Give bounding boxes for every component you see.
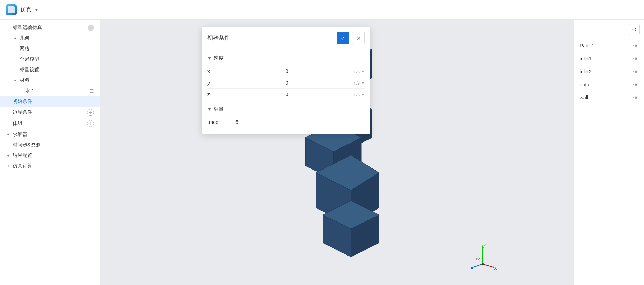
header: 仿真 ▼ — [0, 0, 644, 20]
sidebar-item-mesh[interactable]: 网格 — [0, 44, 100, 54]
scalar-section-arrow: ▼ — [207, 107, 212, 112]
svg-text:X: X — [494, 266, 497, 270]
sidebar-item-geometry[interactable]: + 几何 — [0, 33, 100, 44]
velocity-section-header[interactable]: ▼ 速度 — [207, 55, 365, 61]
x-unit[interactable]: m/s ▼ — [352, 69, 365, 74]
sidebar-item-water1[interactable]: 水 1 ☰ — [0, 86, 100, 96]
tracer-input[interactable] — [235, 119, 365, 125]
sidebar-item-boundary-conditions[interactable]: 边界条件 + — [0, 107, 100, 118]
main-content: − 标量运输仿真 ! + 几何 网格 全局模型 标量设置 − 材料 水 1 — [0, 20, 644, 285]
y-label: y — [207, 80, 221, 86]
sidebar-item-scalar-settings[interactable]: 标量设置 — [0, 65, 100, 75]
tracer-row: tracer — [207, 117, 365, 128]
sidebar-item-global-model[interactable]: 全局模型 — [0, 54, 100, 65]
layer-wall: wall 👁 — [574, 91, 644, 104]
layer-inlet1: inlet1 👁 — [574, 52, 644, 65]
add-volume-icon[interactable]: + — [87, 120, 94, 127]
plus-icon-solver: + — [6, 132, 11, 137]
app-title: 仿真 — [20, 6, 32, 13]
app-logo — [6, 4, 17, 15]
cancel-button[interactable]: ✕ — [352, 32, 365, 44]
tracer-label: tracer — [207, 119, 235, 125]
sidebar-item-time-step[interactable]: 时间步&资源 — [0, 140, 100, 150]
layer-outlet-name: outlet — [580, 82, 633, 87]
scalar-section-header[interactable]: ▼ 标量 — [207, 106, 365, 112]
svg-point-39 — [482, 263, 484, 265]
axis-indicator: Y X TOP — [469, 243, 497, 271]
y-unit-dropdown[interactable]: ▼ — [361, 81, 365, 85]
layer-part1-name: Part_1 — [580, 43, 633, 48]
velocity-z-row: z m/s ▼ — [207, 89, 365, 100]
plus-icon-sim: + — [6, 163, 11, 169]
svg-point-38 — [471, 267, 473, 269]
sidebar-item-volume-groups[interactable]: 体组 + — [0, 118, 100, 129]
x-label: x — [207, 68, 221, 74]
badge: ! — [88, 25, 94, 31]
sidebar-item-result-config[interactable]: + 结果配置 — [0, 150, 100, 161]
z-unit-dropdown[interactable]: ▼ — [361, 93, 365, 97]
sidebar-item-initial-conditions[interactable]: 初始条件 — [0, 96, 100, 107]
layer-inlet2-name: inlet2 — [580, 69, 633, 74]
sidebar-item-materials[interactable]: − 材料 — [0, 75, 100, 86]
eye-icon-outlet[interactable]: 👁 — [633, 82, 638, 87]
modal-title: 初始条件 — [207, 34, 334, 42]
eye-icon-wall[interactable]: 👁 — [633, 95, 638, 100]
svg-line-37 — [473, 264, 483, 267]
modal-initial-conditions: 初始条件 ✓ ✕ ▼ 速度 x m/s — [202, 27, 370, 134]
velocity-y-row: y m/s ▼ — [207, 77, 365, 89]
viewport: Y X TOP 初始条件 ✓ ✕ — [100, 20, 574, 285]
right-panel: ↺ Part_1 👁 inlet1 👁 inlet2 👁 outlet 👁 wa… — [574, 20, 644, 285]
layer-inlet1-name: inlet1 — [580, 56, 633, 61]
svg-text:TOP: TOP — [476, 257, 482, 260]
velocity-x-row: x m/s ▼ — [207, 66, 365, 77]
z-label: z — [207, 92, 221, 97]
svg-line-34 — [483, 264, 494, 267]
eye-icon-part1[interactable]: 👁 — [633, 43, 638, 48]
velocity-y-input[interactable] — [221, 80, 352, 86]
svg-text:Y: Y — [484, 244, 486, 248]
right-panel-header: ↺ — [574, 24, 644, 39]
layer-part1: Part_1 👁 — [574, 39, 644, 52]
x-unit-dropdown[interactable]: ▼ — [361, 69, 365, 73]
sidebar-item-simulation-calc[interactable]: + 仿真计算 — [0, 161, 100, 171]
minus-icon: − — [6, 25, 11, 31]
z-unit[interactable]: m/s ▼ — [352, 92, 365, 97]
sidebar: − 标量运输仿真 ! + 几何 网格 全局模型 标量设置 − 材料 水 1 — [0, 20, 100, 285]
eye-icon-inlet1[interactable]: 👁 — [633, 56, 638, 61]
header-arrow[interactable]: ▼ — [34, 7, 39, 12]
add-boundary-icon[interactable]: + — [87, 109, 94, 116]
reset-button[interactable]: ↺ — [629, 24, 640, 35]
velocity-section-arrow: ▼ — [207, 56, 212, 61]
sidebar-item-scalar-transport[interactable]: − 标量运输仿真 ! — [0, 22, 100, 33]
plus-icon: + — [13, 35, 18, 41]
modal-header: 初始条件 ✓ ✕ — [202, 27, 370, 49]
layer-outlet: outlet 👁 — [574, 78, 644, 91]
y-unit[interactable]: m/s ▼ — [352, 80, 365, 86]
eye-icon-inlet2[interactable]: 👁 — [633, 69, 638, 74]
velocity-x-input[interactable] — [221, 68, 352, 74]
confirm-button[interactable]: ✓ — [337, 32, 349, 44]
plus-icon-result: + — [6, 153, 11, 158]
minus-icon-materials: − — [13, 78, 18, 83]
layer-inlet2: inlet2 👁 — [574, 65, 644, 78]
velocity-z-input[interactable] — [221, 92, 352, 97]
sidebar-item-solver[interactable]: + 求解器 — [0, 129, 100, 140]
layer-wall-name: wall — [580, 95, 633, 100]
list-icon: ☰ — [89, 88, 94, 94]
modal-body: ▼ 速度 x m/s ▼ y — [202, 49, 370, 134]
